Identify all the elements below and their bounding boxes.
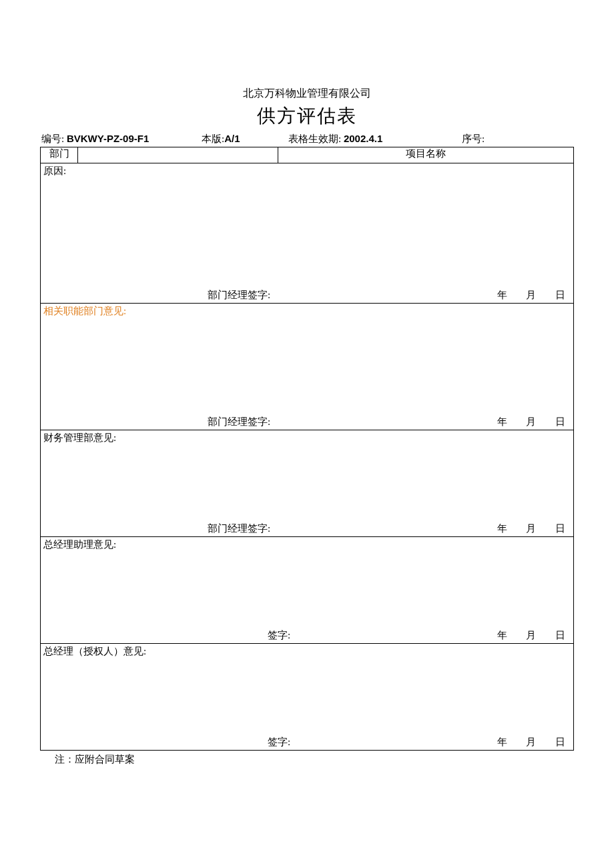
section-reason: 原因: 部门经理签字: 年 月 日 bbox=[41, 163, 574, 304]
date-year-label: 年 bbox=[482, 416, 509, 428]
related-signature-line: 部门经理签字: 年 月 日 bbox=[41, 416, 573, 428]
date-day-label: 日 bbox=[540, 629, 567, 642]
date-month-label: 月 bbox=[511, 416, 537, 428]
reason-date: 年 月 日 bbox=[482, 289, 567, 302]
table-row: 财务管理部意见: 部门经理签字: 年 月 日 bbox=[41, 430, 574, 537]
section-gm: 总经理（授权人）意见: 签字: 年 月 日 bbox=[41, 644, 574, 751]
gm-assistant-sig-label: 签字: bbox=[268, 629, 290, 642]
related-dept-label: 相关职能部门意见: bbox=[43, 305, 126, 318]
table-row: 总经理（授权人）意见: 签字: 年 月 日 bbox=[41, 644, 574, 751]
section-gm-assistant: 总经理助理意见: 签字: 年 月 日 bbox=[41, 537, 574, 644]
page-container: 北京万科物业管理有限公司 供方评估表 编号: BVKWY-PZ-09-F1 本版… bbox=[40, 87, 574, 766]
date-day-label: 日 bbox=[540, 416, 567, 428]
effective-value: 2002.4.1 bbox=[344, 133, 382, 144]
related-sig-label: 部门经理签字: bbox=[208, 416, 270, 428]
gm-assistant-label: 总经理助理意见: bbox=[43, 538, 116, 551]
finance-date: 年 月 日 bbox=[482, 522, 567, 535]
date-year-label: 年 bbox=[482, 736, 509, 749]
date-month-label: 月 bbox=[511, 629, 537, 642]
finance-signature-line: 部门经理签字: 年 月 日 bbox=[41, 522, 573, 535]
form-table: 部门 项目名称 原因: 部门经理签字: 年 月 日 相关职能部 bbox=[40, 147, 574, 751]
dept-label-cell: 部门 bbox=[41, 147, 78, 163]
gm-signature-line: 签字: 年 月 日 bbox=[41, 736, 573, 749]
date-day-label: 日 bbox=[540, 522, 567, 535]
table-row: 相关职能部门意见: 部门经理签字: 年 月 日 bbox=[41, 304, 574, 430]
date-day-label: 日 bbox=[540, 736, 567, 749]
code-label: 编号: bbox=[41, 133, 64, 144]
project-label-cell: 项目名称 bbox=[278, 147, 574, 163]
meta-line: 编号: BVKWY-PZ-09-F1 本版:A/1 表格生效期: 2002.4.… bbox=[40, 133, 574, 147]
company-name: 北京万科物业管理有限公司 bbox=[40, 87, 574, 101]
date-year-label: 年 bbox=[482, 289, 509, 302]
reason-label: 原因: bbox=[43, 165, 66, 177]
date-month-label: 月 bbox=[511, 289, 537, 302]
effective-label: 表格生效期: bbox=[288, 133, 341, 144]
date-year-label: 年 bbox=[482, 629, 509, 642]
table-row: 原因: 部门经理签字: 年 月 日 bbox=[41, 163, 574, 304]
date-day-label: 日 bbox=[540, 289, 567, 302]
gm-date: 年 月 日 bbox=[482, 736, 567, 749]
reason-sig-label: 部门经理签字: bbox=[208, 289, 270, 302]
footnote: 注：应附合同草案 bbox=[40, 753, 574, 766]
table-row: 总经理助理意见: 签字: 年 月 日 bbox=[41, 537, 574, 644]
gm-assistant-signature-line: 签字: 年 月 日 bbox=[41, 629, 573, 642]
finance-label: 财务管理部意见: bbox=[43, 432, 116, 444]
serial-label: 序号: bbox=[462, 133, 485, 144]
section-related-dept: 相关职能部门意见: 部门经理签字: 年 月 日 bbox=[41, 304, 574, 430]
reason-signature-line: 部门经理签字: 年 月 日 bbox=[41, 289, 573, 302]
gm-label: 总经理（授权人）意见: bbox=[43, 645, 146, 658]
date-month-label: 月 bbox=[511, 522, 537, 535]
form-title: 供方评估表 bbox=[40, 103, 574, 129]
date-year-label: 年 bbox=[482, 522, 509, 535]
dept-value-cell bbox=[78, 147, 278, 163]
version-value: A/1 bbox=[224, 133, 240, 144]
finance-sig-label: 部门经理签字: bbox=[208, 522, 270, 535]
section-finance: 财务管理部意见: 部门经理签字: 年 月 日 bbox=[41, 430, 574, 537]
code-value: BVKWY-PZ-09-F1 bbox=[67, 133, 149, 144]
gm-sig-label: 签字: bbox=[268, 736, 290, 749]
table-header-row: 部门 项目名称 bbox=[41, 147, 574, 163]
date-month-label: 月 bbox=[511, 736, 537, 749]
related-date: 年 月 日 bbox=[482, 416, 567, 428]
version-label: 本版: bbox=[202, 133, 224, 144]
gm-assistant-date: 年 月 日 bbox=[482, 629, 567, 642]
